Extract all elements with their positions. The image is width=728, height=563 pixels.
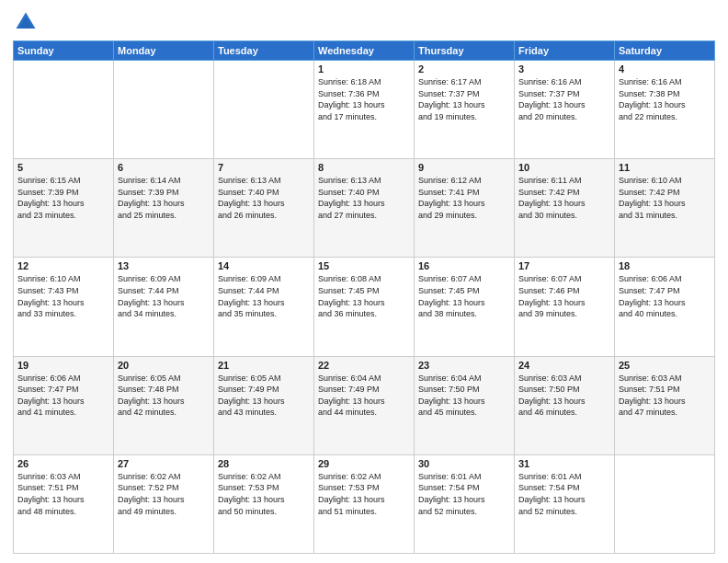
day-cell: 22Sunrise: 6:04 AM Sunset: 7:49 PM Dayli… — [314, 356, 415, 454]
day-cell: 31Sunrise: 6:01 AM Sunset: 7:54 PM Dayli… — [515, 454, 615, 553]
day-info: Sunrise: 6:03 AM Sunset: 7:51 PM Dayligh… — [17, 471, 109, 517]
weekday-header-row: SundayMondayTuesdayWednesdayThursdayFrid… — [14, 41, 715, 61]
weekday-saturday: Saturday — [615, 41, 715, 61]
day-cell: 15Sunrise: 6:08 AM Sunset: 7:45 PM Dayli… — [314, 258, 415, 356]
day-info: Sunrise: 6:13 AM Sunset: 7:40 PM Dayligh… — [218, 175, 310, 221]
day-info: Sunrise: 6:12 AM Sunset: 7:41 PM Dayligh… — [418, 175, 510, 221]
day-cell: 19Sunrise: 6:06 AM Sunset: 7:47 PM Dayli… — [14, 356, 114, 454]
day-cell: 8Sunrise: 6:13 AM Sunset: 7:40 PM Daylig… — [314, 159, 415, 258]
day-info: Sunrise: 6:05 AM Sunset: 7:48 PM Dayligh… — [118, 373, 210, 419]
logo-icon — [13, 9, 39, 35]
day-number: 22 — [318, 360, 410, 371]
day-cell: 10Sunrise: 6:11 AM Sunset: 7:42 PM Dayli… — [515, 159, 615, 258]
day-cell: 11Sunrise: 6:10 AM Sunset: 7:42 PM Dayli… — [615, 159, 715, 258]
logo — [13, 9, 42, 35]
day-info: Sunrise: 6:08 AM Sunset: 7:45 PM Dayligh… — [318, 273, 410, 319]
day-cell: 20Sunrise: 6:05 AM Sunset: 7:48 PM Dayli… — [114, 356, 214, 454]
day-info: Sunrise: 6:02 AM Sunset: 7:52 PM Dayligh… — [118, 471, 210, 517]
day-cell: 3Sunrise: 6:16 AM Sunset: 7:37 PM Daylig… — [515, 61, 615, 159]
day-number: 1 — [318, 63, 410, 75]
day-info: Sunrise: 6:10 AM Sunset: 7:42 PM Dayligh… — [619, 175, 711, 221]
day-number: 23 — [418, 360, 510, 371]
day-cell: 21Sunrise: 6:05 AM Sunset: 7:49 PM Dayli… — [214, 356, 314, 454]
day-number: 15 — [318, 260, 410, 271]
day-number: 19 — [17, 360, 109, 371]
week-row-4: 19Sunrise: 6:06 AM Sunset: 7:47 PM Dayli… — [14, 356, 715, 454]
day-cell: 27Sunrise: 6:02 AM Sunset: 7:52 PM Dayli… — [114, 454, 214, 553]
day-cell: 24Sunrise: 6:03 AM Sunset: 7:50 PM Dayli… — [515, 356, 615, 454]
day-info: Sunrise: 6:04 AM Sunset: 7:50 PM Dayligh… — [418, 373, 510, 419]
day-info: Sunrise: 6:16 AM Sunset: 7:38 PM Dayligh… — [619, 76, 711, 122]
day-number: 27 — [118, 458, 210, 469]
weekday-tuesday: Tuesday — [214, 41, 314, 61]
day-number: 17 — [518, 260, 610, 271]
day-number: 12 — [17, 260, 109, 271]
day-info: Sunrise: 6:15 AM Sunset: 7:39 PM Dayligh… — [17, 175, 109, 221]
day-number: 14 — [218, 260, 310, 271]
day-info: Sunrise: 6:01 AM Sunset: 7:54 PM Dayligh… — [418, 471, 510, 517]
day-number: 6 — [118, 162, 210, 173]
day-number: 25 — [619, 360, 711, 371]
day-info: Sunrise: 6:07 AM Sunset: 7:46 PM Dayligh… — [518, 273, 610, 319]
week-row-1: 1Sunrise: 6:18 AM Sunset: 7:36 PM Daylig… — [14, 61, 715, 159]
day-info: Sunrise: 6:10 AM Sunset: 7:43 PM Dayligh… — [17, 273, 109, 319]
day-number: 7 — [218, 162, 310, 173]
day-info: Sunrise: 6:13 AM Sunset: 7:40 PM Dayligh… — [318, 175, 410, 221]
day-number: 21 — [218, 360, 310, 371]
day-cell: 26Sunrise: 6:03 AM Sunset: 7:51 PM Dayli… — [14, 454, 114, 553]
day-number: 3 — [518, 63, 610, 75]
day-number: 20 — [118, 360, 210, 371]
day-cell: 18Sunrise: 6:06 AM Sunset: 7:47 PM Dayli… — [615, 258, 715, 356]
day-info: Sunrise: 6:14 AM Sunset: 7:39 PM Dayligh… — [118, 175, 210, 221]
weekday-monday: Monday — [114, 41, 214, 61]
day-cell — [214, 61, 314, 159]
day-number: 26 — [17, 458, 109, 469]
day-cell: 28Sunrise: 6:02 AM Sunset: 7:53 PM Dayli… — [214, 454, 314, 553]
day-cell — [114, 61, 214, 159]
day-info: Sunrise: 6:04 AM Sunset: 7:49 PM Dayligh… — [318, 373, 410, 419]
day-number: 2 — [418, 63, 510, 75]
day-info: Sunrise: 6:09 AM Sunset: 7:44 PM Dayligh… — [118, 273, 210, 319]
day-number: 28 — [218, 458, 310, 469]
week-row-3: 12Sunrise: 6:10 AM Sunset: 7:43 PM Dayli… — [14, 258, 715, 356]
day-cell: 16Sunrise: 6:07 AM Sunset: 7:45 PM Dayli… — [415, 258, 515, 356]
header — [13, 9, 715, 35]
day-number: 13 — [118, 260, 210, 271]
day-info: Sunrise: 6:18 AM Sunset: 7:36 PM Dayligh… — [318, 76, 410, 122]
day-number: 11 — [619, 162, 711, 173]
day-cell — [14, 61, 114, 159]
day-info: Sunrise: 6:16 AM Sunset: 7:37 PM Dayligh… — [518, 76, 610, 122]
day-number: 29 — [318, 458, 410, 469]
day-cell: 23Sunrise: 6:04 AM Sunset: 7:50 PM Dayli… — [415, 356, 515, 454]
day-cell: 1Sunrise: 6:18 AM Sunset: 7:36 PM Daylig… — [314, 61, 415, 159]
day-info: Sunrise: 6:02 AM Sunset: 7:53 PM Dayligh… — [218, 471, 310, 517]
day-number: 18 — [619, 260, 711, 271]
day-cell: 25Sunrise: 6:03 AM Sunset: 7:51 PM Dayli… — [615, 356, 715, 454]
day-info: Sunrise: 6:06 AM Sunset: 7:47 PM Dayligh… — [619, 273, 711, 319]
day-info: Sunrise: 6:09 AM Sunset: 7:44 PM Dayligh… — [218, 273, 310, 319]
day-number: 8 — [318, 162, 410, 173]
day-info: Sunrise: 6:06 AM Sunset: 7:47 PM Dayligh… — [17, 373, 109, 419]
day-cell: 13Sunrise: 6:09 AM Sunset: 7:44 PM Dayli… — [114, 258, 214, 356]
day-number: 4 — [619, 63, 711, 75]
weekday-friday: Friday — [515, 41, 615, 61]
day-info: Sunrise: 6:03 AM Sunset: 7:51 PM Dayligh… — [619, 373, 711, 419]
week-row-5: 26Sunrise: 6:03 AM Sunset: 7:51 PM Dayli… — [14, 454, 715, 553]
day-info: Sunrise: 6:07 AM Sunset: 7:45 PM Dayligh… — [418, 273, 510, 319]
day-number: 5 — [17, 162, 109, 173]
day-number: 16 — [418, 260, 510, 271]
day-cell: 30Sunrise: 6:01 AM Sunset: 7:54 PM Dayli… — [415, 454, 515, 553]
day-cell: 4Sunrise: 6:16 AM Sunset: 7:38 PM Daylig… — [615, 61, 715, 159]
day-cell: 29Sunrise: 6:02 AM Sunset: 7:53 PM Dayli… — [314, 454, 415, 553]
page: SundayMondayTuesdayWednesdayThursdayFrid… — [0, 0, 728, 563]
day-number: 31 — [518, 458, 610, 469]
day-info: Sunrise: 6:01 AM Sunset: 7:54 PM Dayligh… — [518, 471, 610, 517]
day-cell: 14Sunrise: 6:09 AM Sunset: 7:44 PM Dayli… — [214, 258, 314, 356]
day-number: 10 — [518, 162, 610, 173]
day-cell: 9Sunrise: 6:12 AM Sunset: 7:41 PM Daylig… — [415, 159, 515, 258]
day-cell: 6Sunrise: 6:14 AM Sunset: 7:39 PM Daylig… — [114, 159, 214, 258]
day-number: 30 — [418, 458, 510, 469]
day-info: Sunrise: 6:03 AM Sunset: 7:50 PM Dayligh… — [518, 373, 610, 419]
day-cell: 17Sunrise: 6:07 AM Sunset: 7:46 PM Dayli… — [515, 258, 615, 356]
weekday-wednesday: Wednesday — [314, 41, 415, 61]
